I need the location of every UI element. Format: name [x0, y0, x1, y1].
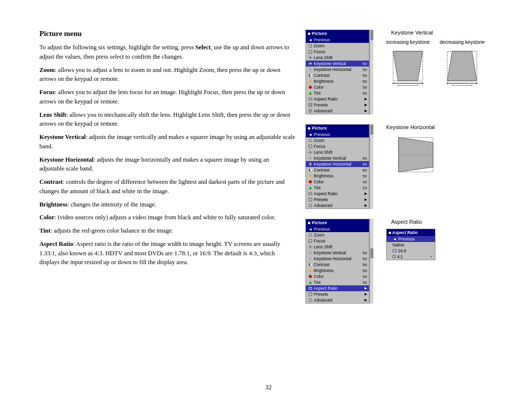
menu-title-2: Picture: [312, 126, 327, 131]
menu-item-lens-2: Lens Shift: [306, 149, 369, 155]
submenu-title-bar: Aspect Ratio: [387, 229, 435, 236]
page-title: Picture menu: [39, 30, 296, 38]
bold-focus: Focus: [39, 89, 55, 96]
menu-item-contrast-1: Contrast 50: [306, 72, 369, 78]
increasing-keystone-label: increasing keystone: [386, 39, 430, 45]
menu-item-advanced-3: Advanced ▶: [306, 297, 369, 303]
kh-icon-2: [308, 162, 313, 167]
bold-contrast: Contrast: [39, 178, 63, 185]
kv-label: Keystone Vertical: [391, 30, 498, 35]
zoom-para: Zoom: allows you to adjust a lens to zoo…: [39, 66, 296, 84]
aspect-icon-3: [308, 286, 313, 291]
svg-rect-42: [309, 193, 312, 195]
aspect-submenu: Aspect Ratio ◄ Previous Native: [386, 229, 498, 260]
svg-rect-59: [309, 293, 312, 296]
tint-icon-3: [308, 280, 313, 285]
zoom-icon-1: [308, 43, 313, 48]
kh-para: Keystone Horizontal: adjusts the image h…: [39, 155, 296, 174]
menu-item-kv-3: Keystone Vertical 50: [306, 250, 369, 256]
aspect-para: Aspect Ratio: Aspect ratio is the ratio …: [39, 240, 296, 267]
menu-title-3: Picture: [312, 220, 327, 225]
contrast-icon-2: [308, 168, 313, 172]
menu-item-kv-2: Keystone Vertical 50: [306, 155, 369, 161]
menu-item-brightness-2: Brightness 50: [306, 173, 369, 179]
menu-item-contrast-3: Contrast 50: [306, 262, 369, 268]
svg-rect-33: [309, 145, 312, 148]
contrast-icon-3: [308, 262, 313, 267]
lens-para: Lens Shift: allows you to mechanically s…: [39, 110, 296, 129]
menu-item-presets-2: Presets ▶: [306, 197, 369, 203]
scroll-thumb-1: [370, 30, 373, 40]
kh-icon-1: [308, 67, 313, 72]
brightness-para: Brightness: changes the intensity of the…: [39, 200, 296, 209]
tint-para: Tint: adjusts the red-green color balanc…: [39, 226, 296, 236]
menu-item-tint-3: Tint 50: [306, 279, 369, 285]
lens-icon-1: [308, 55, 313, 60]
bold-select: Select: [195, 44, 210, 51]
menu-item-kh-2: Keystone Horizontal 50: [306, 161, 369, 167]
bold-brightness: Brightness: [39, 201, 67, 208]
page-number: 32: [39, 383, 498, 391]
aspect-icon-2: [308, 191, 313, 196]
menu-title-bar-2: Picture: [306, 125, 369, 132]
svg-rect-52: [309, 252, 312, 254]
menu-item-previous-1: ◄ Previous: [306, 37, 369, 43]
menu-panel-3: Picture ◄ Previous Zoom: [305, 219, 373, 304]
aspect-diagram-area: Aspect Ratio Aspect Ratio ◄ Previou: [381, 219, 498, 260]
focus-icon-2: [308, 144, 313, 149]
zoom-icon-2: [308, 138, 313, 143]
advanced-icon-1: [308, 108, 313, 113]
decreasing-keystone-svg: [445, 46, 479, 86]
horizontal-keystone-svg: [391, 135, 440, 174]
menu-item-presets-1: Presets ▶: [306, 102, 369, 108]
kv-icon-2: [308, 156, 313, 161]
menu-item-previous-3: ◄ Previous: [306, 226, 369, 232]
svg-point-56: [309, 275, 312, 278]
menu-item-kh-3: Keystone Horizontal 50: [306, 256, 369, 262]
picture-menu-1: Picture ◄ Previous: [305, 30, 369, 114]
menu-item-aspect-2: Aspect Ratio ▶: [306, 191, 369, 197]
menu-title-bar-3: Picture: [306, 219, 369, 226]
menu-item-advanced-2: Advanced ▶: [306, 203, 369, 208]
menu-dot-1: [308, 33, 310, 35]
svg-marker-16: [393, 51, 423, 81]
svg-rect-49: [309, 240, 312, 242]
kv-icon-1: [308, 61, 313, 66]
svg-point-39: [309, 175, 311, 177]
menu-item-color-3: Color 50: [306, 274, 369, 279]
menu-item-contrast-2: Contrast 60: [306, 167, 369, 173]
page: Picture menu To adjust the following six…: [0, 0, 532, 411]
aspect-label: Aspect Ratio: [391, 219, 498, 225]
svg-rect-53: [309, 257, 311, 260]
bold-tint: Tint: [39, 227, 51, 234]
kv-diagrams: Keystone Vertical increasing keystone: [381, 30, 498, 86]
menu-panel-1: Picture ◄ Previous: [305, 30, 373, 114]
lens-icon-3: [308, 244, 313, 249]
color-icon-1: [308, 85, 313, 90]
contrast-para: Contrast: controls the degree of differe…: [39, 177, 296, 196]
scroll-thumb-2: [370, 125, 373, 135]
menu-item-color-1: Color 50: [306, 84, 369, 90]
menu-item-zoom-1: Zoom: [306, 43, 369, 49]
menu-item-previous-2: ◄ Previous: [306, 132, 369, 137]
scrollbar-3: [369, 219, 373, 304]
increasing-keystone-svg: [391, 46, 425, 86]
menu-item-brightness-3: Brightness 50: [306, 268, 369, 274]
content-area: Picture menu To adjust the following six…: [39, 30, 498, 378]
menu-item-presets-3: Presets ▶: [306, 291, 369, 297]
brightness-icon-3: [308, 268, 313, 273]
menu-item-focus-1: Focus: [306, 49, 369, 55]
menu-item-tint-1: Tint 50: [306, 90, 369, 96]
svg-point-60: [309, 299, 312, 302]
kv-section: Picture ◄ Previous: [305, 30, 498, 114]
bold-kh: Keystone Horizontal: [39, 156, 94, 163]
zoom-icon-3: [308, 233, 313, 238]
menu-item-zoom-3: Zoom: [306, 232, 369, 238]
scroll-thumb-3: [370, 248, 373, 258]
kh-section: Picture ◄ Previous Zoom: [305, 124, 498, 209]
left-column: Picture menu To adjust the following six…: [39, 30, 296, 378]
color-icon-2: [308, 179, 313, 184]
bold-color: Color: [39, 214, 55, 221]
menu-item-brightness-1: Brightness 50: [306, 78, 369, 84]
color-icon-3: [308, 274, 313, 279]
